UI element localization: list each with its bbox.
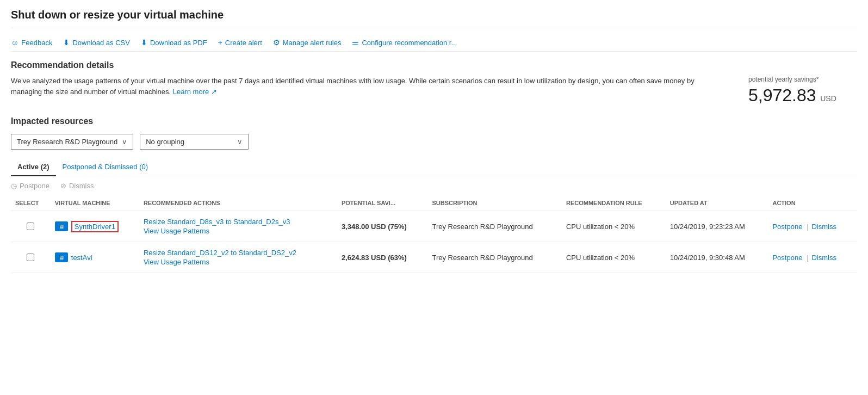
toolbar: ☺ Feedback ⬇ Download as CSV ⬇ Download …	[11, 34, 857, 52]
savings-currency: USD	[820, 94, 836, 103]
row1-select-cell	[11, 211, 51, 242]
col-action: ACTION	[768, 195, 857, 211]
download-pdf-label: Download as PDF	[150, 39, 207, 47]
filters: Trey Research R&D Playground ∨ No groupi…	[11, 134, 857, 150]
grouping-dropdown[interactable]: No grouping ∨	[140, 134, 249, 150]
download-csv-button[interactable]: ⬇ Download as CSV	[63, 38, 130, 47]
savings-amount: 5,972.83	[748, 85, 816, 105]
row2-updated-value: 10/24/2019, 9:30:48 AM	[670, 254, 745, 262]
create-alert-label: Create alert	[225, 39, 262, 47]
tab-postponed-label: Postponed & Dismissed (0)	[63, 163, 148, 171]
row1-subscription-cell: Trey Research R&D Playground	[427, 211, 562, 242]
row1-savings-value: 3,348.00 USD (75%)	[342, 223, 407, 231]
recommendation-description: We've analyzed the usage patterns of you…	[11, 77, 695, 96]
postpone-action-button: ◷ Postpone	[11, 182, 49, 190]
savings-box: potential yearly savings* 5,972.83 USD	[748, 76, 857, 106]
impacted-section-title: Impacted resources	[11, 116, 857, 126]
learn-more-label: Learn more	[173, 88, 209, 96]
download-pdf-icon: ⬇	[141, 38, 147, 47]
row2-action-divider: |	[807, 254, 807, 262]
savings-amount-container: 5,972.83 USD	[748, 85, 857, 106]
row2-subscription-value: Trey Research R&D Playground	[432, 254, 532, 262]
tab-postponed[interactable]: Postponed & Dismissed (0)	[56, 158, 155, 176]
row2-postpone-button[interactable]: Postpone	[772, 254, 802, 262]
page-title: Shut down or resize your virtual machine	[11, 9, 857, 28]
feedback-label: Feedback	[21, 39, 52, 47]
col-actions: RECOMMENDED ACTIONS	[139, 195, 337, 211]
create-alert-button[interactable]: + Create alert	[218, 38, 262, 47]
row1-savings-cell: 3,348.00 USD (75%)	[337, 211, 428, 242]
create-alert-icon: +	[218, 38, 222, 47]
tab-active-label: Active (2)	[17, 163, 49, 171]
row2-subscription-cell: Trey Research R&D Playground	[427, 242, 562, 273]
subscription-dropdown[interactable]: Trey Research R&D Playground ∨	[11, 134, 133, 150]
feedback-icon: ☺	[11, 38, 18, 47]
grouping-chevron-icon: ∨	[237, 138, 243, 146]
row2-usage-link[interactable]: View Usage Patterns	[144, 258, 333, 266]
configure-rec-icon: ⚌	[352, 38, 359, 47]
savings-label: potential yearly savings*	[748, 76, 857, 83]
row1-updated-value: 10/24/2019, 9:23:23 AM	[670, 223, 745, 231]
manage-alerts-icon: ⚙	[273, 38, 280, 47]
manage-alerts-label: Manage alert rules	[283, 39, 342, 47]
grouping-dropdown-value: No grouping	[146, 138, 184, 146]
row2-checkbox[interactable]	[27, 254, 34, 261]
row1-actions-cell: Resize Standard_D8s_v3 to Standard_D2s_v…	[139, 211, 337, 242]
postpone-action-icon: ◷	[11, 182, 17, 190]
row2-vm-icon: 🖥	[55, 252, 68, 262]
row2-resize-link[interactable]: Resize Standard_DS12_v2 to Standard_DS2_…	[144, 249, 333, 257]
row1-usage-link[interactable]: View Usage Patterns	[144, 227, 333, 235]
row2-action-cell: Postpone | Dismiss	[768, 242, 857, 273]
col-vm: VIRTUAL MACHINE	[51, 195, 139, 211]
configure-rec-label: Configure recommendation r...	[362, 39, 457, 47]
subscription-chevron-icon: ∨	[122, 138, 127, 146]
postpone-action-label: Postpone	[20, 182, 49, 190]
row1-updated-cell: 10/24/2019, 9:23:23 AM	[666, 211, 768, 242]
resources-table: SELECT VIRTUAL MACHINE RECOMMENDED ACTIO…	[11, 195, 857, 273]
row2-rule-cell: CPU utilization < 20%	[562, 242, 666, 273]
action-bar: ◷ Postpone ⊘ Dismiss	[11, 176, 857, 195]
row1-rule-cell: CPU utilization < 20%	[562, 211, 666, 242]
row2-vm-cell: 🖥 testAvi	[51, 242, 139, 273]
row1-action-divider: |	[807, 223, 807, 231]
row2-rule-value: CPU utilization < 20%	[566, 254, 635, 262]
configure-rec-button[interactable]: ⚌ Configure recommendation r...	[352, 38, 457, 47]
dismiss-action-icon: ⊘	[60, 182, 66, 190]
row1-vm-icon: 🖥	[55, 221, 68, 231]
row1-action-cell: Postpone | Dismiss	[768, 211, 857, 242]
col-subscription: SUBSCRIPTION	[427, 195, 562, 211]
row2-select-cell	[11, 242, 51, 273]
learn-more-link[interactable]: Learn more ↗	[173, 88, 217, 96]
table-header-row: SELECT VIRTUAL MACHINE RECOMMENDED ACTIO…	[11, 195, 857, 211]
col-updated: UPDATED AT	[666, 195, 768, 211]
row1-dismiss-button[interactable]: Dismiss	[811, 223, 836, 231]
row1-postpone-button[interactable]: Postpone	[772, 223, 802, 231]
download-csv-label: Download as CSV	[72, 39, 130, 47]
feedback-button[interactable]: ☺ Feedback	[11, 38, 52, 47]
download-pdf-button[interactable]: ⬇ Download as PDF	[141, 38, 207, 47]
recommendation-text: We've analyzed the usage patterns of you…	[11, 76, 727, 106]
row1-vm-name[interactable]: SynthDriver1	[71, 221, 119, 232]
dismiss-action-button: ⊘ Dismiss	[60, 182, 94, 190]
download-csv-icon: ⬇	[63, 38, 70, 47]
row1-resize-link[interactable]: Resize Standard_D8s_v3 to Standard_D2s_v…	[144, 218, 333, 226]
recommendation-section-title: Recommendation details	[11, 60, 857, 70]
table-row: 🖥 testAvi Resize Standard_DS12_v2 to Sta…	[11, 242, 857, 273]
tab-active[interactable]: Active (2)	[11, 158, 56, 176]
row2-savings-value: 2,624.83 USD (63%)	[342, 254, 407, 262]
col-rule: RECOMMENDATION RULE	[562, 195, 666, 211]
recommendation-body: We've analyzed the usage patterns of you…	[11, 76, 857, 106]
col-savings: POTENTIAL SAVI...	[337, 195, 428, 211]
row2-updated-cell: 10/24/2019, 9:30:48 AM	[666, 242, 768, 273]
dismiss-action-label: Dismiss	[69, 182, 94, 190]
manage-alerts-button[interactable]: ⚙ Manage alert rules	[273, 38, 342, 47]
row2-vm-name[interactable]: testAvi	[71, 254, 92, 262]
row2-dismiss-button[interactable]: Dismiss	[811, 254, 836, 262]
table-row: 🖥 SynthDriver1 Resize Standard_D8s_v3 to…	[11, 211, 857, 242]
row1-vm-cell: 🖥 SynthDriver1	[51, 211, 139, 242]
row1-subscription-value: Trey Research R&D Playground	[432, 223, 532, 231]
col-select: SELECT	[11, 195, 51, 211]
row1-checkbox[interactable]	[27, 223, 34, 230]
row2-savings-cell: 2,624.83 USD (63%)	[337, 242, 428, 273]
recommendation-section: Recommendation details We've analyzed th…	[11, 60, 857, 106]
